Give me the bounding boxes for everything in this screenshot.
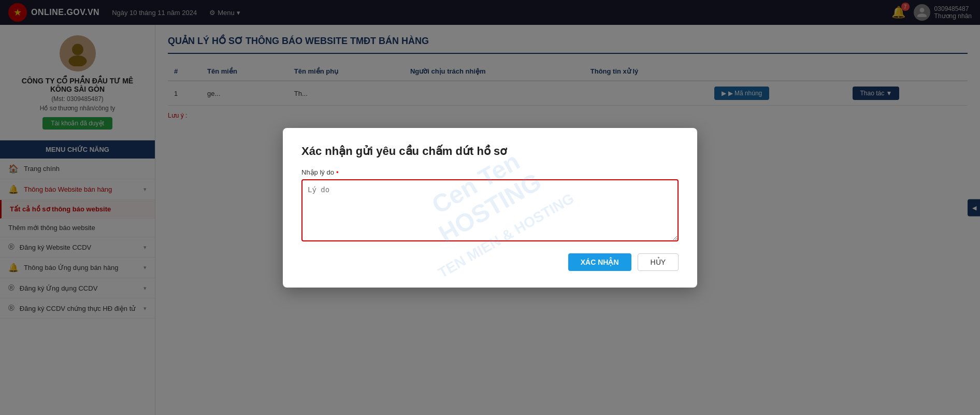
- ly-do-textarea[interactable]: [301, 179, 679, 241]
- modal-actions: XÁC NHẬN HỦY: [301, 253, 679, 271]
- modal-dialog: Cen Ten HOSTING TEN MIEN & HOSTING Xác n…: [283, 128, 697, 288]
- modal-field-label: Nhập lý do •: [301, 168, 679, 176]
- confirm-button[interactable]: XÁC NHẬN: [568, 253, 631, 271]
- cancel-button[interactable]: HỦY: [638, 253, 679, 271]
- modal-overlay: Cen Ten HOSTING TEN MIEN & HOSTING Xác n…: [0, 0, 980, 415]
- modal-title: Xác nhận gửi yêu cầu chấm dứt hồ sơ: [301, 145, 679, 158]
- required-star: •: [336, 168, 339, 176]
